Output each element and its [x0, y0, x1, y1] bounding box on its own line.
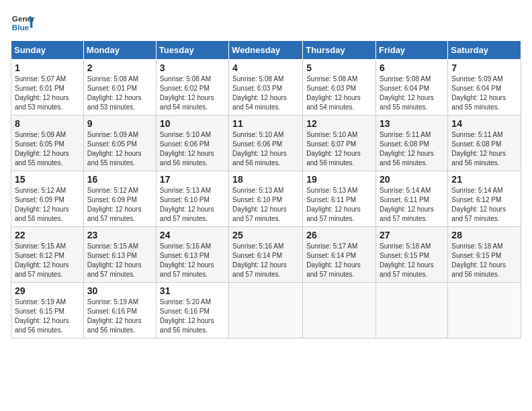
- day-number: 22: [15, 230, 80, 240]
- day-number: 6: [380, 62, 444, 73]
- day-info: Sunrise: 5:19 AM Sunset: 6:16 PM Dayligh…: [87, 298, 152, 335]
- day-info: Sunrise: 5:20 AM Sunset: 6:16 PM Dayligh…: [160, 298, 225, 335]
- calendar-day-cell: 1Sunrise: 5:07 AM Sunset: 6:01 PM Daylig…: [11, 60, 84, 116]
- weekday-header: Friday: [376, 41, 448, 60]
- calendar-day-cell: 23Sunrise: 5:15 AM Sunset: 6:13 PM Dayli…: [83, 227, 156, 283]
- calendar-day-cell: 21Sunrise: 5:14 AM Sunset: 6:12 PM Dayli…: [448, 171, 521, 227]
- calendar-day-cell: 30Sunrise: 5:19 AM Sunset: 6:16 PM Dayli…: [83, 283, 156, 338]
- day-number: 30: [87, 285, 152, 296]
- calendar-day-cell: [376, 283, 448, 338]
- day-number: 13: [380, 118, 444, 129]
- day-info: Sunrise: 5:08 AM Sunset: 6:04 PM Dayligh…: [380, 75, 444, 112]
- day-number: 28: [451, 230, 517, 240]
- weekday-header: Sunday: [11, 41, 84, 60]
- calendar-day-cell: 9Sunrise: 5:09 AM Sunset: 6:05 PM Daylig…: [83, 116, 156, 171]
- calendar-day-cell: 8Sunrise: 5:09 AM Sunset: 6:05 PM Daylig…: [11, 116, 84, 171]
- calendar-day-cell: 10Sunrise: 5:10 AM Sunset: 6:06 PM Dayli…: [156, 116, 228, 171]
- calendar-day-cell: 3Sunrise: 5:08 AM Sunset: 6:02 PM Daylig…: [156, 60, 228, 116]
- day-number: 11: [232, 118, 299, 129]
- header: General Blue: [11, 11, 521, 35]
- weekday-header: Tuesday: [156, 41, 228, 60]
- day-number: 17: [160, 174, 225, 185]
- calendar-day-cell: 24Sunrise: 5:16 AM Sunset: 6:13 PM Dayli…: [156, 227, 228, 283]
- calendar-day-cell: [448, 283, 521, 338]
- calendar-week-row: 15Sunrise: 5:12 AM Sunset: 6:09 PM Dayli…: [11, 171, 521, 227]
- day-number: 19: [306, 174, 372, 185]
- calendar-day-cell: 6Sunrise: 5:08 AM Sunset: 6:04 PM Daylig…: [376, 60, 448, 116]
- header-row: SundayMondayTuesdayWednesdayThursdayFrid…: [11, 41, 521, 60]
- calendar-day-cell: 19Sunrise: 5:13 AM Sunset: 6:11 PM Dayli…: [303, 171, 376, 227]
- calendar-day-cell: 28Sunrise: 5:18 AM Sunset: 6:15 PM Dayli…: [448, 227, 521, 283]
- calendar-week-row: 8Sunrise: 5:09 AM Sunset: 6:05 PM Daylig…: [11, 116, 521, 171]
- day-info: Sunrise: 5:18 AM Sunset: 6:15 PM Dayligh…: [380, 242, 444, 279]
- day-number: 16: [87, 174, 152, 185]
- calendar-day-cell: 26Sunrise: 5:17 AM Sunset: 6:14 PM Dayli…: [303, 227, 376, 283]
- day-info: Sunrise: 5:07 AM Sunset: 6:01 PM Dayligh…: [15, 75, 80, 112]
- day-info: Sunrise: 5:10 AM Sunset: 6:07 PM Dayligh…: [306, 130, 372, 168]
- day-info: Sunrise: 5:11 AM Sunset: 6:08 PM Dayligh…: [380, 130, 444, 168]
- calendar-day-cell: 13Sunrise: 5:11 AM Sunset: 6:08 PM Dayli…: [376, 116, 448, 171]
- calendar-day-cell: 14Sunrise: 5:11 AM Sunset: 6:08 PM Dayli…: [448, 116, 521, 171]
- calendar-day-cell: 7Sunrise: 5:09 AM Sunset: 6:04 PM Daylig…: [448, 60, 521, 116]
- day-number: 21: [451, 174, 517, 185]
- day-number: 24: [160, 230, 225, 240]
- calendar-day-cell: 18Sunrise: 5:13 AM Sunset: 6:10 PM Dayli…: [229, 171, 303, 227]
- day-info: Sunrise: 5:19 AM Sunset: 6:15 PM Dayligh…: [15, 298, 80, 335]
- day-info: Sunrise: 5:15 AM Sunset: 6:13 PM Dayligh…: [87, 242, 152, 279]
- calendar-day-cell: 5Sunrise: 5:08 AM Sunset: 6:03 PM Daylig…: [303, 60, 376, 116]
- day-info: Sunrise: 5:09 AM Sunset: 6:04 PM Dayligh…: [451, 75, 517, 112]
- day-number: 14: [451, 118, 517, 129]
- day-info: Sunrise: 5:10 AM Sunset: 6:06 PM Dayligh…: [160, 130, 225, 168]
- day-number: 4: [232, 62, 299, 73]
- day-info: Sunrise: 5:08 AM Sunset: 6:01 PM Dayligh…: [87, 75, 152, 112]
- calendar-day-cell: 2Sunrise: 5:08 AM Sunset: 6:01 PM Daylig…: [83, 60, 156, 116]
- day-number: 3: [160, 62, 225, 73]
- calendar-week-row: 22Sunrise: 5:15 AM Sunset: 6:12 PM Dayli…: [11, 227, 521, 283]
- logo-icon: General Blue: [11, 11, 35, 35]
- day-info: Sunrise: 5:12 AM Sunset: 6:09 PM Dayligh…: [15, 186, 80, 224]
- logo: General Blue: [11, 11, 35, 35]
- day-info: Sunrise: 5:08 AM Sunset: 6:03 PM Dayligh…: [306, 75, 372, 112]
- day-info: Sunrise: 5:13 AM Sunset: 6:10 PM Dayligh…: [160, 186, 225, 224]
- day-info: Sunrise: 5:18 AM Sunset: 6:15 PM Dayligh…: [451, 242, 517, 279]
- day-info: Sunrise: 5:11 AM Sunset: 6:08 PM Dayligh…: [451, 130, 517, 168]
- calendar-day-cell: [303, 283, 376, 338]
- calendar-day-cell: 16Sunrise: 5:12 AM Sunset: 6:09 PM Dayli…: [83, 171, 156, 227]
- day-info: Sunrise: 5:08 AM Sunset: 6:03 PM Dayligh…: [232, 75, 299, 112]
- weekday-header: Wednesday: [229, 41, 303, 60]
- day-number: 2: [87, 62, 152, 73]
- day-number: 1: [15, 62, 80, 73]
- day-number: 12: [306, 118, 372, 129]
- day-info: Sunrise: 5:12 AM Sunset: 6:09 PM Dayligh…: [87, 186, 152, 224]
- calendar-day-cell: 4Sunrise: 5:08 AM Sunset: 6:03 PM Daylig…: [229, 60, 303, 116]
- day-number: 10: [160, 118, 225, 129]
- day-number: 20: [380, 174, 444, 185]
- day-number: 25: [232, 230, 299, 240]
- day-info: Sunrise: 5:16 AM Sunset: 6:14 PM Dayligh…: [232, 242, 299, 279]
- day-info: Sunrise: 5:17 AM Sunset: 6:14 PM Dayligh…: [306, 242, 372, 279]
- calendar-day-cell: [229, 283, 303, 338]
- day-number: 7: [451, 62, 517, 73]
- calendar-day-cell: 31Sunrise: 5:20 AM Sunset: 6:16 PM Dayli…: [156, 283, 228, 338]
- day-number: 31: [160, 285, 225, 296]
- calendar-day-cell: 11Sunrise: 5:10 AM Sunset: 6:06 PM Dayli…: [229, 116, 303, 171]
- calendar-week-row: 29Sunrise: 5:19 AM Sunset: 6:15 PM Dayli…: [11, 283, 521, 338]
- calendar-day-cell: 25Sunrise: 5:16 AM Sunset: 6:14 PM Dayli…: [229, 227, 303, 283]
- svg-text:Blue: Blue: [12, 23, 30, 32]
- day-number: 18: [232, 174, 299, 185]
- day-info: Sunrise: 5:09 AM Sunset: 6:05 PM Dayligh…: [87, 130, 152, 168]
- calendar-week-row: 1Sunrise: 5:07 AM Sunset: 6:01 PM Daylig…: [11, 60, 521, 116]
- day-number: 15: [15, 174, 80, 185]
- day-number: 5: [306, 62, 372, 73]
- calendar-day-cell: 22Sunrise: 5:15 AM Sunset: 6:12 PM Dayli…: [11, 227, 84, 283]
- calendar-table: SundayMondayTuesdayWednesdayThursdayFrid…: [11, 40, 521, 338]
- day-number: 9: [87, 118, 152, 129]
- day-info: Sunrise: 5:10 AM Sunset: 6:06 PM Dayligh…: [232, 130, 299, 168]
- day-info: Sunrise: 5:14 AM Sunset: 6:11 PM Dayligh…: [380, 186, 444, 224]
- day-info: Sunrise: 5:09 AM Sunset: 6:05 PM Dayligh…: [15, 130, 80, 168]
- day-info: Sunrise: 5:08 AM Sunset: 6:02 PM Dayligh…: [160, 75, 225, 112]
- weekday-header: Thursday: [303, 41, 376, 60]
- day-info: Sunrise: 5:16 AM Sunset: 6:13 PM Dayligh…: [160, 242, 225, 279]
- day-number: 27: [380, 230, 444, 240]
- calendar-day-cell: 15Sunrise: 5:12 AM Sunset: 6:09 PM Dayli…: [11, 171, 84, 227]
